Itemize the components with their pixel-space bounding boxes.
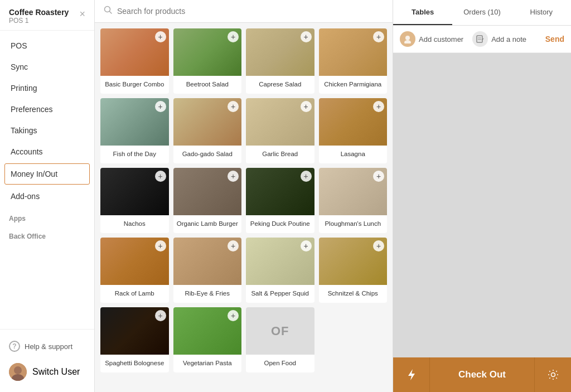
add-product-button[interactable]: +	[228, 171, 239, 182]
tab-tables[interactable]: Tables	[393, 0, 452, 25]
add-customer-label: Add customer	[419, 35, 463, 43]
product-image: +	[246, 28, 314, 76]
add-product-button[interactable]: +	[301, 31, 312, 42]
tab-history[interactable]: History	[512, 0, 571, 25]
checkout-footer: Check Out	[393, 357, 571, 392]
add-product-button[interactable]: +	[228, 310, 239, 321]
section-backoffice-label: Back Office	[0, 225, 94, 243]
product-card-lasagna[interactable]: + Lasagna	[319, 98, 388, 163]
add-product-button[interactable]: +	[373, 101, 384, 112]
sidebar-item-takings[interactable]: Takings	[0, 120, 94, 141]
product-image: +	[319, 238, 388, 285]
add-customer-button[interactable]: Add customer	[400, 31, 463, 47]
sidebar-item-money[interactable]: Money In/Out	[4, 163, 90, 185]
product-card-beetroot-salad[interactable]: + Beetroot Salad	[173, 28, 242, 94]
product-label: Caprese Salad	[246, 76, 314, 94]
product-image: +	[100, 307, 169, 355]
add-product-button[interactable]: +	[228, 101, 239, 112]
product-card-spaghetti[interactable]: + Spaghetti Bolognese	[100, 307, 169, 372]
product-label: Schnitzel & Chips	[319, 285, 388, 303]
product-image: +	[246, 238, 314, 285]
section-apps-label: Apps	[0, 207, 94, 225]
add-product-button[interactable]: +	[301, 101, 312, 112]
close-button[interactable]: ×	[79, 9, 85, 19]
sidebar-header: Coffee Roastery POS 1 ×	[0, 0, 94, 31]
product-card-gado-salad[interactable]: + Gado-gado Salad	[173, 98, 242, 163]
add-product-button[interactable]: +	[155, 101, 166, 112]
product-card-organic-lamb[interactable]: + Organic Lamb Burger	[173, 168, 242, 233]
sidebar-nav: POS Sync Printing Preferences Takings Ac…	[0, 31, 94, 329]
help-icon: ?	[9, 341, 20, 352]
add-product-button[interactable]: +	[155, 240, 166, 251]
add-product-button[interactable]: +	[155, 31, 166, 42]
product-label: Lasagna	[319, 146, 388, 163]
add-product-button[interactable]: +	[155, 310, 166, 321]
add-product-button[interactable]: +	[228, 31, 239, 42]
checkout-button[interactable]: Check Out	[429, 357, 535, 392]
send-button[interactable]: Send	[545, 35, 564, 43]
tab-orders[interactable]: Orders (10)	[452, 0, 511, 25]
svg-point-5	[405, 36, 410, 40]
help-label: Help & support	[25, 342, 72, 351]
product-card-caprese-salad[interactable]: + Caprese Salad	[246, 28, 314, 94]
product-card-ploughmans[interactable]: + Ploughman's Lunch	[319, 168, 388, 233]
sidebar-item-pos[interactable]: POS	[0, 35, 94, 56]
add-product-button[interactable]: +	[373, 31, 384, 42]
product-label: Spaghetti Bolognese	[100, 355, 169, 372]
product-image: +	[100, 28, 169, 76]
product-label: Ploughman's Lunch	[319, 215, 388, 233]
settings-button[interactable]	[535, 357, 571, 392]
main-content: + Basic Burger Combo + Beetroot Salad + …	[95, 0, 393, 392]
product-card-schnitzel[interactable]: + Schnitzel & Chips	[319, 238, 388, 303]
product-card-nachos[interactable]: + Nachos	[100, 168, 169, 233]
product-label: Rack of Lamb	[100, 285, 169, 303]
product-card-fish-day[interactable]: + Fish of the Day	[100, 98, 169, 163]
sidebar-item-accounts[interactable]: Accounts	[0, 141, 94, 162]
sidebar-item-sync[interactable]: Sync	[0, 56, 94, 78]
add-product-button[interactable]: +	[373, 171, 384, 182]
product-card-rack-lamb[interactable]: + Rack of Lamb	[100, 238, 169, 303]
sidebar-item-printing[interactable]: Printing	[0, 78, 94, 99]
sidebar: Coffee Roastery POS 1 × POS Sync Printin…	[0, 0, 95, 392]
search-bar	[95, 0, 393, 23]
product-card-veg-pasta[interactable]: + Vegetarian Pasta	[173, 307, 242, 372]
product-card-basic-burger[interactable]: + Basic Burger Combo	[100, 28, 169, 94]
product-card-chicken-parm[interactable]: + Chicken Parmigiana	[319, 28, 388, 94]
brand-info: Coffee Roastery POS 1	[9, 8, 69, 25]
switch-user-label: Switch User	[32, 367, 80, 377]
product-image: +	[319, 98, 388, 146]
add-product-button[interactable]: +	[155, 171, 166, 182]
note-icon	[472, 31, 488, 47]
product-placeholder-img: OF	[246, 307, 314, 355]
product-image: +	[100, 168, 169, 215]
add-product-button[interactable]: +	[373, 240, 384, 251]
sidebar-item-addons[interactable]: Add-ons	[0, 186, 94, 207]
add-product-button[interactable]: +	[301, 240, 312, 251]
product-label: Gado-gado Salad	[173, 146, 242, 163]
product-card-open-food[interactable]: OF Open Food	[246, 307, 314, 372]
product-image: +	[173, 238, 242, 285]
add-product-button[interactable]: +	[228, 240, 239, 251]
product-card-peking-duck[interactable]: + Peking Duck Poutine	[246, 168, 314, 233]
product-card-salt-pepper[interactable]: + Salt & Pepper Squid	[246, 238, 314, 303]
product-image: +	[319, 168, 388, 215]
product-label: Salt & Pepper Squid	[246, 285, 314, 303]
svg-point-6	[404, 40, 411, 43]
product-grid: + Basic Burger Combo + Beetroot Salad + …	[95, 23, 393, 392]
sidebar-item-preferences[interactable]: Preferences	[0, 99, 94, 120]
switch-user-button[interactable]: Switch User	[0, 357, 94, 386]
product-label: Chicken Parmigiana	[319, 76, 388, 94]
pos-label: POS 1	[9, 17, 69, 25]
lightning-button[interactable]	[393, 357, 429, 392]
product-label: Vegetarian Pasta	[173, 355, 242, 372]
product-card-garlic-bread[interactable]: + Garlic Bread	[246, 98, 314, 163]
help-support-button[interactable]: ? Help & support	[0, 335, 94, 357]
brand-name: Coffee Roastery	[9, 8, 69, 17]
search-input[interactable]	[117, 7, 384, 16]
add-note-button[interactable]: Add a note	[472, 31, 526, 47]
product-card-ribeye[interactable]: + Rib-Eye & Fries	[173, 238, 242, 303]
right-panel: Tables Orders (10) History Add customer	[393, 0, 571, 392]
avatar	[9, 363, 27, 381]
svg-point-1	[14, 366, 22, 374]
add-product-button[interactable]: +	[301, 171, 312, 182]
